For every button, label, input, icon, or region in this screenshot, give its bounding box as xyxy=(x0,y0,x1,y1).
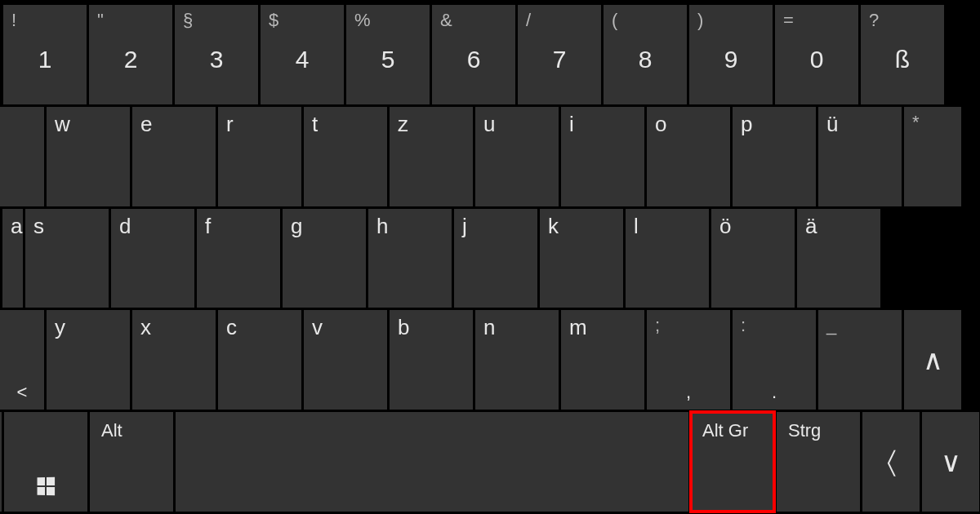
key-5[interactable]: %5 xyxy=(346,5,430,104)
key-period[interactable]: :. xyxy=(733,310,816,410)
key-0[interactable]: =0 xyxy=(775,5,858,104)
key-h-label: h xyxy=(376,214,388,239)
key-period-lower-label: . xyxy=(772,382,777,403)
key-less-than[interactable]: < xyxy=(0,310,44,410)
key-b[interactable]: b xyxy=(390,310,473,410)
key-1[interactable]: !1 xyxy=(3,5,87,104)
key-plus-upper-label: * xyxy=(912,112,920,133)
key-sharp-s-label: ß xyxy=(895,46,910,73)
up-arrow-icon: ∧ xyxy=(923,343,943,376)
key-7-label: 7 xyxy=(553,46,567,73)
left-arrow-icon: 〈 xyxy=(887,445,896,478)
key-o[interactable]: o xyxy=(647,107,730,206)
key-oe[interactable]: ö xyxy=(711,209,795,308)
key-3[interactable]: §3 xyxy=(175,5,258,104)
key-4[interactable]: $4 xyxy=(261,5,344,104)
key-a[interactable]: a xyxy=(2,209,23,308)
on-screen-keyboard: !1"2§3$4%5&6/7(8)9=0?ß wertzuiopü* asdfg… xyxy=(0,0,980,514)
key-2-label: 2 xyxy=(124,46,138,73)
key-o-label: o xyxy=(655,112,666,137)
key-8[interactable]: (8 xyxy=(604,5,687,104)
key-2-upper-label: " xyxy=(97,10,104,31)
key-k[interactable]: k xyxy=(540,209,623,308)
key-u-label: u xyxy=(483,112,495,137)
key-1-label: 1 xyxy=(38,46,52,73)
key-4-label: 4 xyxy=(296,46,310,73)
key-n[interactable]: n xyxy=(475,310,559,410)
key-i[interactable]: i xyxy=(561,107,644,206)
key-8-label: 8 xyxy=(639,46,653,73)
key-m[interactable]: m xyxy=(561,310,644,410)
key-alt[interactable]: Alt xyxy=(90,412,173,512)
key-w[interactable]: w xyxy=(47,107,130,206)
key-strg[interactable]: Strg xyxy=(777,412,860,512)
key-altgr[interactable]: Alt Gr xyxy=(691,412,774,512)
key-j[interactable]: j xyxy=(454,209,537,308)
key-ae-label: ä xyxy=(805,214,817,239)
key-3-label: 3 xyxy=(210,46,224,73)
key-oe-label: ö xyxy=(719,214,731,239)
key-f[interactable]: f xyxy=(197,209,280,308)
key-u[interactable]: u xyxy=(475,107,559,206)
key-1-upper-label: ! xyxy=(11,10,16,31)
modifier-row: AltAlt GrStrg〈∨ xyxy=(0,412,980,512)
key-g[interactable]: g xyxy=(283,209,366,308)
key-win[interactable] xyxy=(4,412,87,512)
key-comma[interactable]: ;, xyxy=(647,310,730,410)
key-2[interactable]: "2 xyxy=(89,5,172,104)
key-i-label: i xyxy=(569,112,574,137)
key-strg-label: Strg xyxy=(788,420,821,441)
key-ue[interactable]: ü xyxy=(818,107,902,206)
key-x[interactable]: x xyxy=(132,310,216,410)
key-6-label: 6 xyxy=(467,46,481,73)
key-3-upper-label: § xyxy=(183,10,193,31)
key-e-label: e xyxy=(140,112,152,137)
key-less-than-lower-label: < xyxy=(17,382,28,403)
key-g-label: g xyxy=(291,214,302,239)
key-6-upper-label: & xyxy=(440,10,452,31)
key-d[interactable]: d xyxy=(111,209,194,308)
key-y[interactable]: y xyxy=(47,310,130,410)
key-ae[interactable]: ä xyxy=(797,209,880,308)
key-r[interactable]: r xyxy=(218,107,301,206)
key-v-label: v xyxy=(312,315,323,340)
key-j-label: j xyxy=(462,214,467,239)
key-4-upper-label: $ xyxy=(269,10,278,31)
key-sharp-s[interactable]: ?ß xyxy=(861,5,944,104)
key-k-label: k xyxy=(548,214,559,239)
key-9[interactable]: )9 xyxy=(689,5,773,104)
down-arrow-icon: ∨ xyxy=(941,445,961,478)
key-c[interactable]: c xyxy=(218,310,301,410)
key-a-label: a xyxy=(11,214,22,239)
key-s[interactable]: s xyxy=(25,209,109,308)
key-6[interactable]: &6 xyxy=(432,5,515,104)
key-p-label: p xyxy=(741,112,752,137)
key-tab-partial[interactable] xyxy=(0,107,44,206)
key-9-upper-label: ) xyxy=(697,10,703,31)
key-down-arrow[interactable]: ∨ xyxy=(922,412,979,512)
key-8-upper-label: ( xyxy=(612,10,617,31)
key-plus[interactable]: * xyxy=(904,107,961,206)
key-minus-upper-label: _ xyxy=(826,315,836,336)
key-e[interactable]: e xyxy=(132,107,216,206)
key-p[interactable]: p xyxy=(733,107,816,206)
windows-icon xyxy=(37,477,55,495)
key-d-label: d xyxy=(119,214,131,239)
key-t[interactable]: t xyxy=(304,107,387,206)
key-minus[interactable]: _ xyxy=(818,310,902,410)
key-v[interactable]: v xyxy=(304,310,387,410)
key-h[interactable]: h xyxy=(368,209,452,308)
key-c-label: c xyxy=(226,315,237,340)
key-7[interactable]: /7 xyxy=(518,5,601,104)
key-l[interactable]: l xyxy=(626,209,709,308)
key-left-arrow[interactable]: 〈 xyxy=(862,412,920,512)
number-row: !1"2§3$4%5&6/7(8)9=0?ß xyxy=(0,5,980,104)
key-space[interactable] xyxy=(176,412,688,512)
key-z[interactable]: z xyxy=(390,107,473,206)
key-fn-partial[interactable] xyxy=(0,412,2,512)
key-f-label: f xyxy=(205,214,211,239)
key-sharp-s-upper-label: ? xyxy=(869,10,879,31)
key-y-label: y xyxy=(55,315,65,340)
key-5-label: 5 xyxy=(381,46,395,73)
key-up-arrow[interactable]: ∧ xyxy=(904,310,961,410)
